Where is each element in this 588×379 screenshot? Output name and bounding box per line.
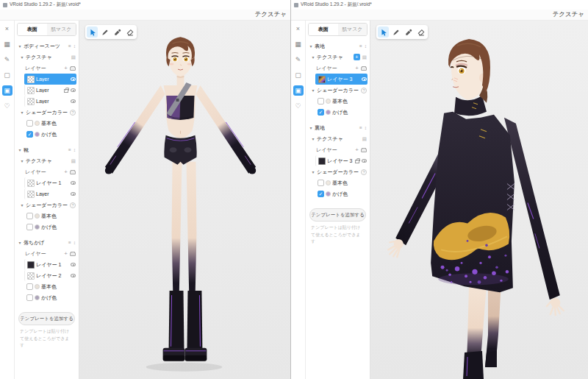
titlebar[interactable]: VRoid Studio 1.29.2 - 新規/.vroid* [291,0,588,10]
visibility-icon[interactable] [71,181,76,185]
add-texture-icon[interactable]: + [354,54,360,60]
checkbox[interactable]: ✓ [318,191,324,197]
select-tool[interactable] [87,26,98,38]
layer-item[interactable]: レイヤー 1 [24,177,76,188]
visibility-icon[interactable] [71,99,76,103]
paint-mode-icon[interactable]: ▣ [293,85,304,96]
layer-item[interactable]: Layer [24,74,76,85]
menu-icon[interactable]: ≡ [359,125,362,130]
pencil-icon[interactable]: ✎ [2,54,12,65]
menu-icon[interactable]: ≡ [68,43,71,49]
visibility-icon[interactable] [71,192,76,196]
add-layer-icon[interactable]: + [64,251,68,257]
visibility-icon[interactable] [71,274,76,277]
texture-row[interactable]: ▾テクスチャ▤ [17,52,76,63]
sort-icon[interactable]: ↕ [74,43,76,49]
visibility-icon[interactable] [71,88,76,92]
visibility-icon[interactable] [362,77,367,81]
close-icon[interactable]: × [2,24,12,34]
viewport-canvas[interactable] [79,21,290,379]
panel-icon[interactable]: ▤ [362,54,367,60]
sort-icon[interactable]: ↕ [74,147,76,152]
layer-item[interactable]: Layer [24,96,76,107]
grid-icon[interactable]: ▦ [2,39,12,49]
tab-surface[interactable]: 表面 [309,24,338,35]
color-swatch[interactable] [326,191,331,196]
checkbox[interactable] [26,283,33,290]
titlebar[interactable]: VRoid Studio 1.29.2 - 新規/.vroid* [0,0,290,10]
section-header[interactable]: ▾裏地≡↕ [308,122,368,133]
color-swatch[interactable] [35,284,40,289]
shader-color-row[interactable]: ▾シェーダーカラー? [17,107,76,118]
close-icon[interactable]: × [293,24,304,34]
texture-row[interactable]: ▾テクスチャ▤ [17,155,76,166]
checkbox[interactable] [318,180,324,186]
color-swatch[interactable] [35,132,40,137]
add-layer-icon[interactable]: + [64,65,68,71]
panel-icon[interactable]: ▤ [71,158,76,164]
panel-icon[interactable]: ▤ [362,136,367,142]
paint-mode-icon[interactable]: ▣ [2,85,12,96]
section-header[interactable]: ▾ボディースーツ≡↕ [17,40,76,52]
grid-icon[interactable]: ▦ [293,39,304,49]
color-swatch[interactable] [35,224,40,230]
color-swatch[interactable] [326,180,331,185]
folder-icon[interactable] [361,67,367,71]
checkbox[interactable]: ✓ [26,131,33,138]
folder-icon[interactable] [70,171,76,174]
checkbox[interactable] [26,213,33,219]
eraser-tool[interactable] [415,26,426,38]
heart-icon[interactable]: ♡ [2,101,12,111]
frame-icon[interactable]: ▢ [293,70,304,80]
layer-item[interactable]: Layer [24,188,76,199]
checkbox[interactable]: ✓ [318,109,324,116]
eraser-tool[interactable] [124,26,135,38]
color-swatch[interactable] [326,99,331,104]
checkbox[interactable] [26,294,33,301]
checkbox[interactable] [26,224,33,230]
eyedropper-tool[interactable] [403,26,414,38]
add-layer-icon[interactable]: + [355,147,359,153]
help-icon[interactable]: ? [70,202,76,208]
eyedropper-tool[interactable] [112,26,123,38]
color-swatch[interactable] [35,213,40,219]
pencil-icon[interactable]: ✎ [293,54,304,65]
tab-skin-mask[interactable]: 肌マスク [47,24,76,35]
menu-icon[interactable]: ≡ [359,43,362,49]
add-template-button[interactable]: テンプレートを追加する [18,312,75,325]
shader-color-row[interactable]: ▾シェーダーカラー? [17,199,76,210]
layer-item[interactable]: レイヤー 3 [315,155,368,166]
sort-icon[interactable]: ↕ [365,43,367,49]
color-swatch[interactable] [35,295,40,300]
shader-color-row[interactable]: ▾シェーダーカラー? [308,85,368,96]
folder-icon[interactable] [361,149,367,152]
pen-tool[interactable] [390,26,401,38]
add-layer-icon[interactable]: + [64,169,68,175]
section-header[interactable]: ▾表地≡↕ [308,40,368,52]
tab-skin-mask[interactable]: 肌マスク [338,24,368,35]
checkbox[interactable] [318,98,324,105]
folder-icon[interactable] [70,252,76,256]
menu-icon[interactable]: ≡ [68,240,71,245]
help-icon[interactable]: ? [361,169,367,175]
select-tool[interactable] [378,26,389,38]
add-layer-icon[interactable]: + [355,65,359,71]
heart-icon[interactable]: ♡ [293,101,304,111]
viewport-canvas[interactable] [370,21,588,379]
layer-item[interactable]: レイヤー 2 [24,270,76,281]
layer-item[interactable]: レイヤー 1 [24,259,76,270]
add-template-button[interactable]: テンプレートを追加する [309,208,366,222]
pen-tool[interactable] [99,26,110,38]
color-swatch[interactable] [35,121,40,126]
section-header[interactable]: ▾靴≡↕ [17,144,76,155]
help-icon[interactable]: ? [70,110,76,116]
folder-icon[interactable] [70,67,76,71]
texture-row[interactable]: ▾テクスチャ▤ [308,133,368,144]
section-header[interactable]: ▾落ちかげ≡↕ [17,237,76,248]
tab-surface[interactable]: 表面 [18,24,47,35]
sort-icon[interactable]: ↕ [74,240,76,245]
frame-icon[interactable]: ▢ [2,70,12,80]
layer-item[interactable]: レイヤー 3 [315,74,368,85]
layer-item[interactable]: Layer [24,85,76,96]
texture-row[interactable]: ▾テクスチャ+▤ [308,52,368,63]
